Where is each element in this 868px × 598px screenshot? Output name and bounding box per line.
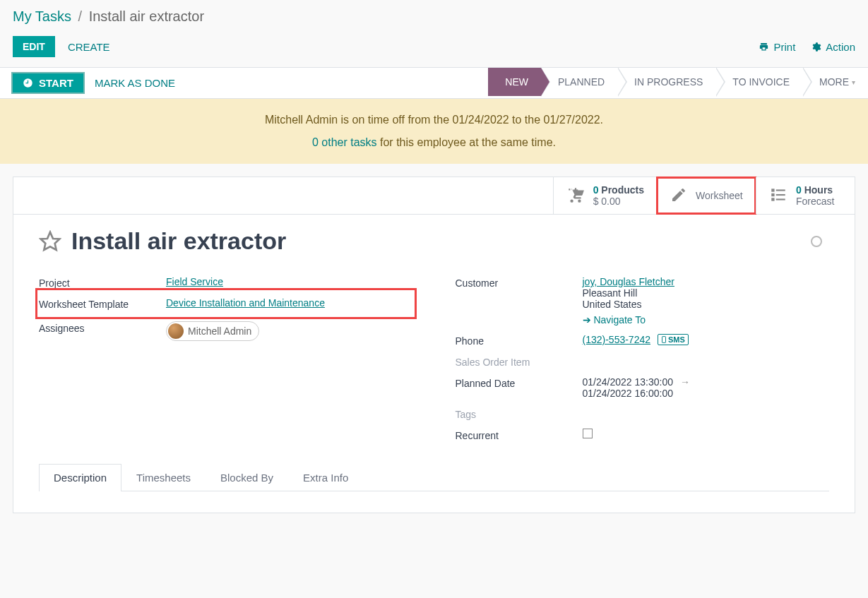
recurrent-checkbox[interactable] <box>583 429 593 438</box>
form-right-col: Customer joy, Douglas Fletcher Pleasant … <box>456 272 830 445</box>
cart-icon <box>566 186 585 206</box>
svg-marker-8 <box>41 232 60 249</box>
svg-rect-1 <box>573 189 578 191</box>
svg-rect-3 <box>776 189 785 191</box>
arrow-right-icon: ➔ <box>583 314 591 325</box>
link-customer[interactable]: joy, Douglas Fletcher <box>583 276 674 287</box>
mobile-icon <box>661 336 667 343</box>
tab-extra-info[interactable]: Extra Info <box>288 464 363 491</box>
assignee-tag[interactable]: Mitchell Admin <box>166 321 259 341</box>
page-title: Install air extractor <box>71 227 811 255</box>
label-phone: Phone <box>456 334 583 347</box>
gear-icon <box>811 42 821 52</box>
label-recurrent: Recurrent <box>456 429 583 441</box>
start-button[interactable]: START <box>11 72 85 94</box>
tabs: Description Timesheets Blocked By Extra … <box>39 464 829 491</box>
stat-products[interactable]: 0 Products $ 0.00 <box>553 177 657 214</box>
stage-in-progress[interactable]: IN PROGRESS <box>617 68 715 96</box>
stage-tracker: NEW PLANNED IN PROGRESS TO INVOICE MORE▾ <box>488 68 868 98</box>
breadcrumb-root[interactable]: My Tasks <box>13 8 71 24</box>
print-button[interactable]: Print <box>759 41 795 53</box>
link-worksheet-template[interactable]: Device Installation and Maintenance <box>166 297 325 309</box>
label-customer: Customer <box>456 276 583 289</box>
stage-new[interactable]: NEW <box>488 68 541 96</box>
stat-hours[interactable]: 0 Hours Forecast <box>756 177 855 214</box>
pencil-icon <box>670 186 687 205</box>
form-sheet: 0 Products $ 0.00 Worksheet 0 Hours Fore… <box>13 177 855 513</box>
toolbar: EDIT CREATE Print Action <box>0 30 868 67</box>
stage-planned[interactable]: PLANNED <box>541 68 617 96</box>
planned-start: 01/24/2022 13:30:00 <box>583 376 673 388</box>
stage-more[interactable]: MORE▾ <box>802 68 868 96</box>
status-bar: START MARK AS DONE NEW PLANNED IN PROGRE… <box>0 67 868 99</box>
stat-worksheet[interactable]: Worksheet <box>657 177 756 214</box>
svg-rect-2 <box>771 189 774 191</box>
label-tags: Tags <box>456 407 583 420</box>
label-sales-order-item: Sales Order Item <box>456 355 583 368</box>
avatar <box>168 323 184 339</box>
link-phone[interactable]: (132)-553-7242 <box>583 334 651 345</box>
svg-rect-4 <box>771 193 774 196</box>
label-planned-date: Planned Date <box>456 376 583 389</box>
breadcrumb-current: Install air extractor <box>89 8 204 24</box>
create-button[interactable]: CREATE <box>68 41 110 53</box>
kanban-state-icon[interactable] <box>811 236 822 247</box>
sms-button[interactable]: SMS <box>658 334 689 345</box>
svg-rect-7 <box>776 198 785 200</box>
link-project[interactable]: Field Service <box>166 276 223 287</box>
banner-line1: Mitchell Admin is on time off from the 0… <box>0 109 868 131</box>
navigate-link[interactable]: ➔ Navigate To <box>583 314 646 325</box>
warning-banner: Mitchell Admin is on time off from the 0… <box>0 99 868 164</box>
tasks-icon <box>769 186 787 206</box>
planned-end: 01/24/2022 16:00:00 <box>583 388 673 399</box>
action-button[interactable]: Action <box>811 41 855 53</box>
tab-blocked-by[interactable]: Blocked By <box>206 464 288 491</box>
stage-to-invoice[interactable]: TO INVOICE <box>715 68 802 96</box>
label-worksheet-template: Worksheet Template <box>39 297 166 310</box>
stat-buttons: 0 Products $ 0.00 Worksheet 0 Hours Fore… <box>13 177 855 215</box>
breadcrumb: My Tasks / Install air extractor <box>0 0 868 30</box>
banner-line2: for this employee at the same time. <box>377 136 556 148</box>
chevron-down-icon: ▾ <box>852 78 855 86</box>
edit-button[interactable]: EDIT <box>13 36 55 57</box>
mark-done-button[interactable]: MARK AS DONE <box>85 72 185 94</box>
svg-rect-6 <box>771 198 774 201</box>
customer-city: Pleasant Hill <box>583 287 638 299</box>
print-icon <box>759 42 769 52</box>
banner-link[interactable]: 0 other tasks <box>312 136 377 148</box>
form-left-col: Project Field Service Worksheet Template… <box>39 272 413 445</box>
svg-rect-5 <box>776 193 785 195</box>
label-assignees: Assignees <box>39 321 166 334</box>
tab-description[interactable]: Description <box>39 464 121 491</box>
label-project: Project <box>39 276 166 289</box>
customer-country: United States <box>583 299 642 310</box>
favorite-star-icon[interactable] <box>39 230 61 253</box>
clock-icon <box>23 78 33 88</box>
svg-rect-9 <box>662 337 666 343</box>
arrow-right-icon: → <box>680 376 690 388</box>
tab-timesheets[interactable]: Timesheets <box>121 464 206 491</box>
breadcrumb-sep: / <box>78 8 83 24</box>
